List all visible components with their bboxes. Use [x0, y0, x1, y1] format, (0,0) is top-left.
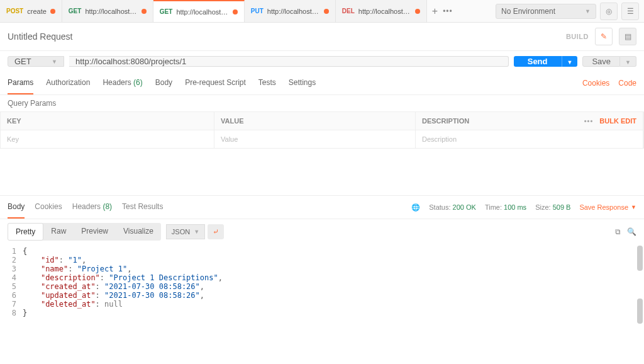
method-badge: PUT [251, 8, 264, 14]
tab-tests[interactable]: Tests [258, 72, 276, 94]
code-link[interactable]: Code [618, 79, 636, 88]
method-badge: GET [69, 8, 82, 14]
view-preview[interactable]: Preview [74, 223, 116, 241]
code-content: } [23, 309, 27, 317]
tab-extras: + ••• [427, 0, 458, 22]
url-bar: GET ▼ Send ▼ Save ▼ [0, 51, 644, 72]
tab-2[interactable]: GET http://localhost:80... [153, 0, 245, 22]
code-content: "deleted_at": null [23, 300, 123, 309]
scrollbar-thumb[interactable] [637, 299, 643, 324]
view-visualize[interactable]: Visualize [116, 223, 161, 241]
unsaved-dot-icon [415, 9, 420, 14]
code-content: "id": "1", [23, 256, 86, 264]
tab-label: http://localhost:80... [358, 8, 411, 15]
code-content: { [23, 247, 27, 256]
response-tab-test-results[interactable]: Test Results [122, 196, 163, 219]
param-key-input[interactable]: Key [1, 130, 214, 148]
bulk-edit-link[interactable]: Bulk Edit [599, 117, 636, 125]
scrollbar-thumb[interactable] [637, 246, 643, 271]
status-value: 200 OK [453, 203, 476, 211]
chevron-down-icon: ▼ [567, 59, 573, 65]
tab-0[interactable]: POST create [0, 0, 62, 22]
code-line: 6 "updated_at": "2021-07-30 08:58:26", [8, 291, 636, 300]
tab-label: http://localhost:80... [85, 8, 137, 15]
tab-prerequest[interactable]: Pre-request Script [185, 72, 246, 94]
tab-label: create [27, 8, 47, 15]
query-params-title: Query Params [0, 95, 644, 111]
send-dropdown[interactable]: ▼ [562, 56, 578, 67]
pencil-icon: ✎ [601, 32, 607, 41]
tab-body[interactable]: Body [155, 72, 172, 94]
method-badge: GET [160, 8, 173, 15]
code-line: 5 "created_at": "2021-07-30 08:58:26", [8, 282, 636, 291]
tab-settings[interactable]: Settings [289, 72, 316, 94]
copy-button[interactable]: ⧉ [615, 227, 621, 236]
send-button[interactable]: Send [514, 56, 562, 67]
tab-params[interactable]: Params [8, 72, 33, 94]
chevron-down-icon: ▼ [625, 59, 631, 65]
build-label: BUILD [566, 33, 589, 40]
url-input[interactable] [69, 56, 509, 67]
request-title: Untitled Request [8, 31, 73, 42]
response-code[interactable]: 1{2 "id": "1",3 "name": "Project 1",4 "d… [0, 244, 644, 325]
edit-button[interactable]: ✎ [595, 28, 613, 45]
wrap-lines-button[interactable]: ⤶ [208, 224, 224, 239]
lang-select[interactable]: JSON ▼ [166, 224, 205, 239]
globe-icon[interactable]: 🌐 [411, 203, 420, 212]
response-bar: Body Cookies Headers (8) Test Results 🌐 … [0, 195, 644, 219]
comment-button[interactable]: ▤ [619, 28, 636, 45]
size-value: 509 B [553, 203, 571, 211]
line-number: 8 [8, 309, 23, 317]
line-number: 3 [8, 264, 23, 273]
tabs-overflow-button[interactable]: ••• [443, 7, 453, 16]
col-description: DESCRIPTION ••• Bulk Edit [416, 112, 643, 130]
top-bar: POST create GET http://localhost:80... G… [0, 0, 644, 23]
request-header: Untitled Request BUILD ✎ ▤ [0, 23, 644, 51]
environment-area: No Environment ▼ ◎ ☰ [491, 0, 644, 22]
send-label: Send [528, 57, 548, 66]
tab-1[interactable]: GET http://localhost:80... [62, 0, 153, 22]
line-number: 7 [8, 300, 23, 309]
environment-dropdown[interactable]: No Environment ▼ [496, 4, 596, 19]
params-new-row[interactable]: Key Value Description [1, 130, 643, 148]
response-tab-body[interactable]: Body [8, 196, 25, 219]
environment-settings-button[interactable]: ☰ [621, 3, 639, 20]
tab-headers[interactable]: Headers (6) [103, 72, 142, 94]
view-pretty[interactable]: Pretty [8, 223, 43, 241]
http-method-select[interactable]: GET ▼ [8, 56, 64, 67]
tab-3[interactable]: PUT http://localhost:80... [245, 0, 336, 22]
environment-preview-button[interactable]: ◎ [600, 3, 618, 20]
code-content: "description": "Project 1 Descriptions", [23, 273, 223, 282]
line-number: 5 [8, 282, 23, 291]
response-tab-cookies[interactable]: Cookies [35, 196, 62, 219]
param-value-input[interactable]: Value [214, 130, 416, 148]
tab-authorization[interactable]: Authorization [46, 72, 90, 94]
wrap-icon: ⤶ [213, 227, 219, 236]
col-value: VALUE [214, 112, 416, 130]
code-content: "updated_at": "2021-07-30 08:58:26", [23, 291, 204, 300]
code-line: 1{ [8, 247, 636, 256]
environment-label: No Environment [501, 7, 555, 16]
chevron-down-icon: ▼ [52, 59, 57, 65]
response-tab-headers[interactable]: Headers (8) [72, 196, 112, 219]
request-tabs: Params Authorization Headers (6) Body Pr… [0, 72, 644, 95]
params-table-header: KEY VALUE DESCRIPTION ••• Bulk Edit [1, 112, 643, 130]
cookies-link[interactable]: Cookies [582, 79, 609, 88]
code-line: 2 "id": "1", [8, 256, 636, 264]
line-number: 1 [8, 247, 23, 256]
view-raw[interactable]: Raw [43, 223, 74, 241]
column-options-button[interactable]: ••• [584, 117, 594, 125]
method-badge: POST [6, 8, 23, 14]
comment-icon: ▤ [625, 32, 631, 41]
param-desc-input[interactable]: Description [416, 130, 643, 148]
method-badge: DEL [342, 8, 355, 14]
save-response-dropdown[interactable]: Save Response ▼ [579, 203, 636, 211]
tab-4[interactable]: DEL http://localhost:80... [336, 0, 427, 22]
new-tab-button[interactable]: + [432, 6, 438, 17]
save-dropdown[interactable]: ▼ [620, 56, 636, 67]
save-button[interactable]: Save [582, 56, 620, 67]
response-meta: 🌐 Status: 200 OK Time: 100 ms Size: 509 … [411, 203, 636, 212]
col-key: KEY [1, 112, 214, 130]
search-button[interactable]: 🔍 [627, 227, 636, 236]
time-value: 100 ms [504, 203, 526, 211]
